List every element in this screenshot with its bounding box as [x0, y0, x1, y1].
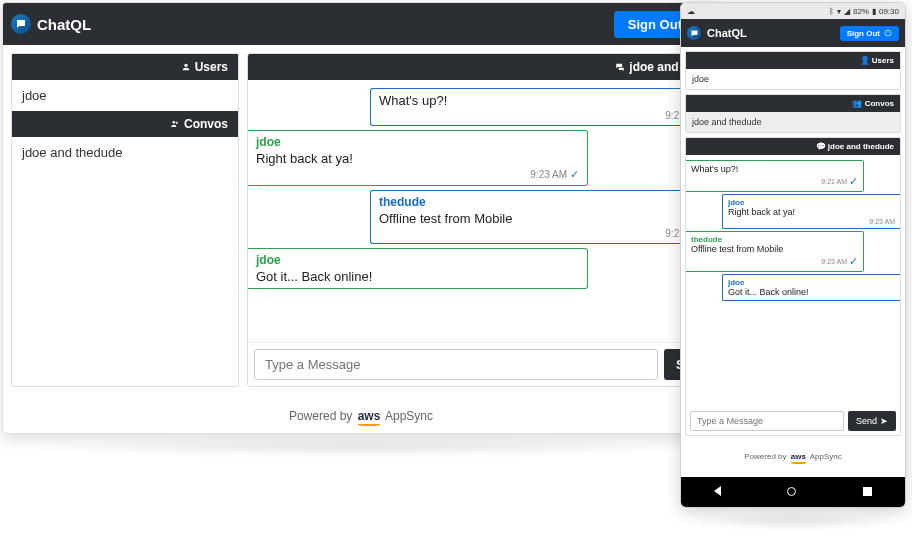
svg-point-3 — [176, 122, 178, 124]
cloud-icon: ☁ — [687, 7, 695, 16]
mobile-users-panel: 👤 Users jdoe — [685, 51, 901, 90]
message-time: 9:23 AM — [530, 169, 567, 180]
message-bubble: jdoe Right back at ya! 9:23 AM — [722, 194, 900, 229]
message-bubble: thedude Offline test from Mobile 9:23 AM — [370, 190, 710, 244]
message-sender: jdoe — [728, 278, 895, 287]
battery-icon: ▮ — [872, 7, 876, 16]
message-input[interactable] — [254, 349, 658, 380]
clock-text: 09:30 — [879, 7, 899, 16]
message-sender: thedude — [691, 235, 858, 244]
android-navbar — [681, 477, 905, 507]
message-time: 9:21 AM — [821, 178, 847, 185]
message-row: jdoe Right back at ya! 9:23 AM✓ — [248, 128, 710, 188]
message-row: thedude Offline test from Mobile 9:23 AM… — [686, 230, 900, 273]
mobile-body: 👤 Users jdoe 👥 Convos jdoe and thedude 💬… — [681, 47, 905, 477]
home-button[interactable] — [787, 485, 796, 499]
desktop-body: Users jdoe Convos jdoe and thedude jdoe … — [3, 45, 719, 395]
mobile-device: ☁ ᛒ ▾ ◢ 82% ▮ 09:30 ChatQL Sign Out 👤 Us… — [680, 2, 906, 508]
mobile-compose-bar: Send ➤ — [686, 407, 900, 435]
users-icon — [170, 119, 180, 129]
message-list: What's up?! 9:21 AM jdoe Right back at y… — [248, 80, 710, 342]
message-input[interactable] — [690, 411, 844, 431]
users-header: 👤 Users — [686, 52, 900, 69]
message-bubble: jdoe Right back at ya! 9:23 AM✓ — [248, 130, 588, 186]
chat-header: 💬 jdoe and thedude — [686, 138, 900, 155]
mobile-chat-pane: 💬 jdoe and thedude What's up?! 9:21 AM✓ … — [685, 137, 901, 436]
message-bubble: jdoe Got it... Back online! — [248, 248, 588, 289]
message-time: 9:23 AM — [869, 218, 895, 225]
message-bubble: What's up?! 9:21 AM — [370, 88, 710, 126]
sidebar: Users jdoe Convos jdoe and thedude — [11, 53, 239, 387]
convos-header: 👥 Convos — [686, 95, 900, 112]
message-row: thedude Offline test from Mobile 9:23 AM — [248, 188, 710, 246]
message-bubble: thedude Offline test from Mobile 9:23 AM… — [686, 231, 864, 272]
message-sender: jdoe — [256, 253, 579, 267]
send-button[interactable]: Send ➤ — [848, 411, 896, 431]
message-row: jdoe Got it... Back online! — [686, 273, 900, 302]
user-icon: 👤 — [860, 56, 870, 65]
desktop-shadow — [20, 438, 700, 456]
mobile-header: ChatQL Sign Out — [681, 19, 905, 47]
battery-text: 82% — [853, 7, 869, 16]
mobile-statusbar: ☁ ᛒ ▾ ◢ 82% ▮ 09:30 — [681, 3, 905, 19]
mobile-message-list: What's up?! 9:21 AM✓ jdoe Right back at … — [686, 155, 900, 407]
message-row: jdoe Right back at ya! 9:23 AM — [686, 193, 900, 230]
message-row: jdoe Got it... Back online! — [248, 246, 710, 291]
message-sender: jdoe — [728, 198, 895, 207]
convos-header: Convos — [12, 111, 238, 137]
desktop-footer: Powered by aws AppSync — [3, 395, 719, 433]
users-header: Users — [12, 54, 238, 80]
svg-point-1 — [184, 64, 187, 67]
back-button[interactable] — [714, 485, 721, 499]
app-title: ChatQL — [707, 27, 747, 39]
message-bubble: jdoe Got it... Back online! — [722, 274, 900, 301]
message-row: What's up?! 9:21 AM — [248, 86, 710, 128]
user-icon — [181, 62, 191, 72]
aws-logo: aws — [791, 452, 806, 461]
svg-point-2 — [172, 121, 175, 124]
convo-item[interactable]: jdoe and thedude — [12, 137, 238, 168]
app-logo: ChatQL — [11, 14, 91, 34]
chat-header: jdoe and the — [248, 54, 710, 80]
recents-button[interactable] — [863, 485, 872, 499]
desktop-window: ChatQL Sign Out Users jdoe Convos jdoe a… — [2, 2, 720, 434]
check-icon: ✓ — [849, 175, 858, 188]
signal-icon: ◢ — [844, 7, 850, 16]
chat-bubble-icon — [687, 26, 701, 40]
bluetooth-icon: ᛒ — [829, 7, 834, 16]
app-logo: ChatQL — [687, 26, 747, 40]
signout-icon — [884, 29, 892, 37]
message-time: 9:23 AM — [821, 258, 847, 265]
mobile-footer: Powered by aws AppSync — [685, 440, 901, 473]
mobile-shadow — [686, 514, 900, 528]
comments-icon: 💬 — [816, 142, 826, 151]
check-icon: ✓ — [570, 168, 579, 181]
user-item[interactable]: jdoe — [12, 80, 238, 111]
send-icon: ➤ — [880, 416, 888, 426]
signout-button[interactable]: Sign Out — [840, 26, 899, 41]
message-sender: jdoe — [256, 135, 579, 149]
check-icon: ✓ — [849, 255, 858, 268]
aws-logo: aws — [358, 409, 381, 423]
convo-item[interactable]: jdoe and thedude — [686, 112, 900, 132]
chat-bubble-icon — [11, 14, 31, 34]
mobile-convos-panel: 👥 Convos jdoe and thedude — [685, 94, 901, 133]
desktop-header: ChatQL Sign Out — [3, 3, 719, 45]
app-title: ChatQL — [37, 16, 91, 33]
users-icon: 👥 — [852, 99, 862, 108]
chat-pane: jdoe and the What's up?! 9:21 AM jdoe Ri… — [247, 53, 711, 387]
compose-bar: Se — [248, 342, 710, 386]
message-bubble: What's up?! 9:21 AM✓ — [686, 160, 864, 192]
comments-icon — [615, 62, 625, 72]
message-sender: thedude — [379, 195, 702, 209]
wifi-icon: ▾ — [837, 7, 841, 16]
message-row: What's up?! 9:21 AM✓ — [686, 159, 900, 193]
user-item[interactable]: jdoe — [686, 69, 900, 89]
